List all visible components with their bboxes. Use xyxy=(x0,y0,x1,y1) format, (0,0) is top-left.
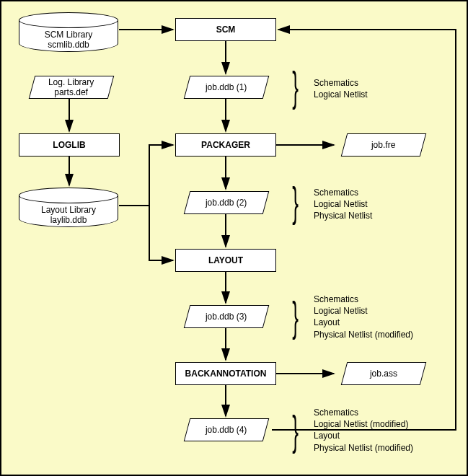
flow-arrows xyxy=(1,1,467,475)
job-fre-file-label: job.fre xyxy=(371,140,395,150)
job-ddb-3-file: job.ddb (3) xyxy=(184,305,270,328)
job-ddb-2-file: job.ddb (2) xyxy=(184,191,270,214)
scm-library-label: SCM Libraryscmlib.ddb xyxy=(19,19,118,50)
annotation-1: SchematicsLogical Netlist xyxy=(314,77,368,100)
job-fre-file: job.fre xyxy=(341,133,427,157)
packager-process: PACKAGER xyxy=(175,133,276,157)
scm-process-label: SCM xyxy=(216,25,236,35)
job-ass-file: job.ass xyxy=(341,362,427,385)
annotation-3: SchematicsLogical NetlistLayoutPhysical … xyxy=(314,294,413,340)
loglib-process: LOGLIB xyxy=(19,133,120,157)
brace-icon: } xyxy=(292,66,299,107)
job-ddb-2-file-label: job.ddb (2) xyxy=(206,198,247,208)
job-ddb-3-file-label: job.ddb (3) xyxy=(206,312,247,322)
scm-library-db: SCM Libraryscmlib.ddb xyxy=(19,19,118,52)
brace-icon: } xyxy=(292,296,299,338)
backannotation-process-label: BACKANNOTATION xyxy=(185,369,267,379)
annotation-4: SchematicsLogical Netlist (modified)Layo… xyxy=(314,407,413,454)
layout-library-label: Layout Librarylaylib.ddb xyxy=(19,195,118,226)
layout-process-label: LAYOUT xyxy=(208,255,243,265)
job-ddb-4-file-label: job.ddb (4) xyxy=(206,425,247,435)
layout-library-db: Layout Librarylaylib.ddb xyxy=(19,195,118,227)
log-library-file: Log. Libraryparts.def xyxy=(29,76,115,99)
flowchart-canvas: SCM Libraryscmlib.ddb Layout Librarylayl… xyxy=(0,0,468,476)
log-library-file-label: Log. Libraryparts.def xyxy=(48,77,94,98)
backannotation-process: BACKANNOTATION xyxy=(175,362,276,385)
job-ddb-1-file: job.ddb (1) xyxy=(184,76,270,99)
annotation-2: SchematicsLogical NetlistPhysical Netlis… xyxy=(314,187,372,222)
packager-process-label: PACKAGER xyxy=(201,140,250,150)
layout-process: LAYOUT xyxy=(175,249,276,272)
brace-icon: } xyxy=(292,410,299,451)
scm-process: SCM xyxy=(175,18,276,41)
loglib-process-label: LOGLIB xyxy=(53,140,85,150)
brace-icon: } xyxy=(292,181,299,223)
job-ddb-4-file: job.ddb (4) xyxy=(184,418,270,441)
job-ass-file-label: job.ass xyxy=(370,369,397,379)
job-ddb-1-file-label: job.ddb (1) xyxy=(206,82,247,92)
